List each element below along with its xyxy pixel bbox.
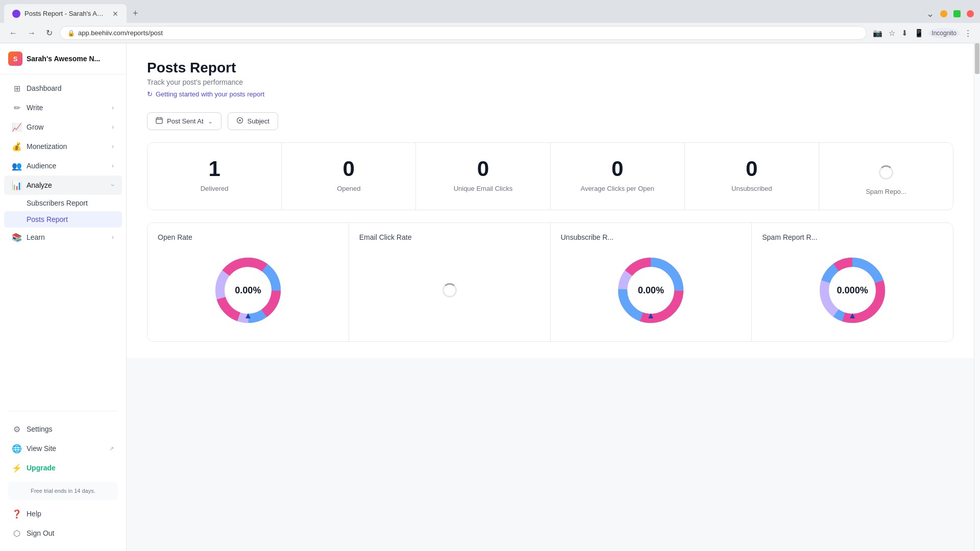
chart-card-open-rate: Open Rate 0.00% [148,223,349,341]
filters-row: Post Sent At ⌄ Subject [147,112,953,130]
stat-label-delivered: Delivered [158,185,271,192]
scrollbar-thumb[interactable] [975,43,979,74]
help-link[interactable]: ↻ Getting started with your posts report [147,90,953,98]
sidebar-item-monetization[interactable]: 💰 Monetization › [4,137,122,156]
spinner-icon [443,283,457,297]
url-text: app.beehiiv.com/reports/post [78,29,163,37]
stat-card-unique-email-clicks: 0 Unique Email Clicks [416,143,550,210]
sidebar-label-upgrade: Upgrade [27,464,114,472]
sidebar-item-learn[interactable]: 📚 Learn › [4,228,122,247]
spam-report-rate-value: 0.000% [837,285,868,296]
sidebar-label-analyze: Analyze [27,181,107,189]
sidebar-item-help[interactable]: ❓ Help [4,504,122,523]
svg-point-0 [14,11,19,16]
grow-icon: 📈 [12,122,21,132]
minimize-button[interactable] [940,10,947,17]
stat-card-opened: 0 Opened [282,143,416,210]
bookmark-button[interactable]: ☆ [887,27,897,40]
stat-card-delivered: 1 Delivered [148,143,282,210]
help-link-text: Getting started with your posts report [156,90,264,98]
chevron-down-icon: › [112,104,114,111]
sidebar: S Sarah's Awesome N... ⊞ Dashboard ✏ Wri… [0,43,127,551]
chevron-down-icon: ⌄ [208,118,213,125]
toolbar-actions: 📷 ☆ ⬇ 📱 Incognito ⋮ [871,27,974,40]
brand-avatar: S [8,52,22,66]
filter-subject-label: Subject [248,117,270,125]
sidebar-label-audience: Audience [27,162,107,170]
stat-label-opened: Opened [292,185,405,192]
sidebar-item-sign-out[interactable]: ⬡ Sign Out [4,523,122,543]
stat-label-unique-email-clicks: Unique Email Clicks [426,185,540,192]
refresh-button[interactable]: ↻ [43,26,56,40]
sign-out-icon: ⬡ [12,529,21,538]
browser-toolbar: ← → ↻ 🔒 app.beehiiv.com/reports/post 📷 ☆… [0,23,980,43]
sidebar-item-posts-report[interactable]: Posts Report [4,211,122,228]
filter-post-sent-at[interactable]: Post Sent At ⌄ [147,112,222,130]
chevron-down-icon: › [112,162,114,169]
back-button[interactable]: ← [6,27,20,40]
app-body: S Sarah's Awesome N... ⊞ Dashboard ✏ Wri… [0,43,980,551]
tab-chevron-down[interactable]: ⌄ [926,8,934,19]
scrollbar-track[interactable] [974,43,980,551]
stat-label-avg-clicks-per-open: Average Clicks per Open [561,185,674,192]
download-button[interactable]: ⬇ [899,27,910,40]
chart-card-email-click-rate: Email Click Rate [349,223,551,341]
stat-value-unsubscribed: 0 [695,157,808,181]
page-header: Posts Report Track your post's performan… [147,60,953,98]
sidebar-item-analyze[interactable]: 📊 Analyze › [4,176,122,195]
chart-card-unsubscribe-rate: Unsubscribe R... 0.00% [551,223,752,341]
tab-close-button[interactable]: ✕ [112,10,118,18]
chevron-down-icon: › [109,184,116,186]
external-link-icon: ↗ [109,445,114,452]
sidebar-item-audience[interactable]: 👥 Audience › [4,156,122,176]
chart-title-open-rate: Open Rate [158,233,338,241]
profile-button[interactable]: Incognito [928,28,960,38]
device-button[interactable]: 📱 [912,27,926,40]
chart-container-spam-report-rate: 0.000% [762,249,943,331]
sidebar-header: S Sarah's Awesome N... [0,43,126,74]
audience-icon: 👥 [12,161,21,170]
spam-report-loading [829,157,943,188]
new-tab-button[interactable]: + [127,4,144,23]
sidebar-label-grow: Grow [27,123,107,131]
chart-container-open-rate: 0.00% [158,249,338,331]
sidebar-item-view-site[interactable]: 🌐 View Site ↗ [4,439,122,458]
browser-chrome: Posts Report - Sarah's Awesome N... ✕ + … [0,0,980,43]
sidebar-label-view-site: View Site [27,444,104,453]
sidebar-divider [8,411,118,411]
sidebar-footer: ⚙ Settings 🌐 View Site ↗ ⚡ Upgrade Free … [0,415,126,551]
stat-label-unsubscribed: Unsubscribed [695,185,808,192]
view-site-icon: 🌐 [12,444,21,453]
sidebar-item-settings[interactable]: ⚙ Settings [4,419,122,439]
lock-icon: 🔒 [67,30,75,37]
sidebar-item-dashboard[interactable]: ⊞ Dashboard [4,79,122,98]
camera-icon-button[interactable]: 📷 [871,27,885,40]
chart-container-unsubscribe-rate: 0.00% [561,249,742,331]
more-button[interactable]: ⋮ [962,27,974,40]
dashboard-icon: ⊞ [12,84,21,93]
learn-icon: 📚 [12,233,21,242]
maximize-button[interactable] [953,10,961,17]
sidebar-item-subscribers-report[interactable]: Subscribers Report [4,195,122,211]
chevron-down-icon: › [112,123,114,131]
sidebar-label-posts-report: Posts Report [27,215,68,223]
svg-point-3 [239,119,241,121]
sidebar-label-sign-out: Sign Out [27,529,114,537]
filter-post-sent-at-label: Post Sent At [167,117,204,125]
address-bar[interactable]: 🔒 app.beehiiv.com/reports/post [60,26,867,40]
sidebar-item-write[interactable]: ✏ Write › [4,98,122,117]
sidebar-label-subscribers-report: Subscribers Report [27,199,88,207]
chart-title-spam-report-rate: Spam Report R... [762,233,943,241]
stat-value-avg-clicks-per-open: 0 [561,157,674,181]
filter-subject[interactable]: Subject [228,112,278,130]
forward-button[interactable]: → [24,27,39,40]
sidebar-item-upgrade[interactable]: ⚡ Upgrade [4,458,122,478]
upgrade-box: Free trial ends in 14 days. [8,482,118,500]
browser-tab[interactable]: Posts Report - Sarah's Awesome N... ✕ [4,4,127,23]
stat-card-spam-report: Spam Repo... [819,143,953,210]
sidebar-item-grow[interactable]: 📈 Grow › [4,117,122,137]
sidebar-label-dashboard: Dashboard [27,84,114,92]
close-button[interactable] [967,10,974,17]
svg-rect-1 [156,118,162,123]
stat-label-spam-report: Spam Repo... [829,188,943,195]
